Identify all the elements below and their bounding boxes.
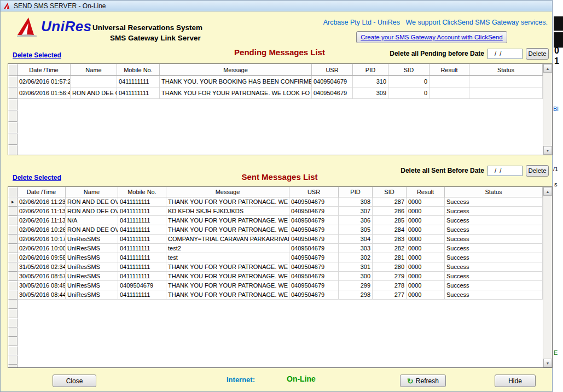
table-row[interactable]: 02/06/2016 01:57:210411111111THANK YOU. … — [8, 76, 543, 87]
table-cell[interactable]: 282 — [373, 244, 407, 253]
sent-grid-scrollbar[interactable]: ▲ ▼ — [543, 187, 552, 367]
table-cell[interactable]: 283 — [373, 235, 407, 244]
table-cell[interactable]: THANK YOU. YOUR BOOKING HAS BEEN CONFIRM… — [160, 76, 312, 87]
table-cell[interactable]: Success — [445, 197, 543, 207]
table-cell[interactable]: RON AND DEE OVI — [66, 197, 118, 207]
table-cell[interactable]: 30/05/2016 08:57: — [18, 272, 66, 281]
table-cell[interactable]: 0411111111 — [117, 87, 160, 99]
column-header[interactable]: Result — [429, 64, 469, 76]
table-cell[interactable]: 0409504679 — [312, 87, 353, 99]
table-cell[interactable]: THANK YOU FOR YOUR PATRONAGE. WE L — [166, 290, 289, 300]
table-cell[interactable]: 0411111111 — [118, 235, 166, 244]
table-cell[interactable]: UniResSMS — [66, 281, 118, 290]
table-cell[interactable]: 308 — [339, 197, 373, 207]
table-cell[interactable]: RON AND DEE OVI — [66, 207, 118, 216]
column-header[interactable]: Date /Time — [18, 64, 71, 76]
table-cell[interactable]: Success — [445, 244, 543, 253]
scroll-down-icon[interactable]: ▼ — [543, 359, 552, 367]
create-clicksend-account-button[interactable]: Create your SMS Gateway Account with Cli… — [356, 31, 507, 43]
scroll-up-icon[interactable]: ▲ — [543, 64, 552, 73]
table-cell[interactable]: 0409504679 — [118, 281, 166, 290]
table-cell[interactable] — [469, 87, 543, 99]
table-cell[interactable]: 0409504679 — [289, 244, 339, 253]
table-cell[interactable]: COMPANY=TRIAL CARAVAN PARKARRIVAL= — [166, 235, 289, 244]
table-cell[interactable]: 30/05/2016 08:44: — [18, 290, 66, 300]
table-cell[interactable]: 0411111111 — [118, 262, 166, 272]
table-cell[interactable]: 0000 — [407, 290, 445, 300]
scroll-up-icon[interactable]: ▲ — [543, 187, 552, 196]
column-header[interactable]: USR — [312, 64, 353, 76]
table-cell[interactable]: RON AND DEE OVI — [66, 225, 118, 235]
table-cell[interactable]: 0409504679 — [312, 76, 353, 87]
table-cell[interactable]: THANK YOU FOR YOUR PATRONAGE. WE L — [166, 281, 289, 290]
table-cell[interactable]: Success — [445, 290, 543, 300]
table-cell[interactable]: 0000 — [407, 262, 445, 272]
table-cell[interactable]: 0409504679 — [289, 235, 339, 244]
table-cell[interactable]: 02/06/2016 10:17: — [18, 235, 66, 244]
table-cell[interactable]: 30/05/2016 08:49: — [18, 281, 66, 290]
table-row[interactable]: 02/06/2016 01:56:45RON AND DEE O04111111… — [8, 87, 543, 99]
column-header[interactable]: Message — [166, 187, 289, 197]
sent-delete-button[interactable]: Delete — [526, 165, 549, 177]
table-cell[interactable]: 0411111111 — [117, 76, 160, 87]
table-cell[interactable]: 02/06/2016 09:58: — [18, 253, 66, 262]
window-titlebar[interactable]: SEND SMS SERVER - On-Line — [1, 1, 552, 11]
table-row[interactable]: 31/05/2016 02:34:UniResSMS0411111111THAN… — [8, 262, 543, 272]
table-cell[interactable]: 298 — [339, 290, 373, 300]
table-cell[interactable]: 287 — [373, 197, 407, 207]
table-cell[interactable]: 0000 — [407, 225, 445, 235]
column-header[interactable]: SID — [388, 64, 429, 76]
pending-delete-button[interactable]: Delete — [526, 48, 549, 60]
column-header[interactable]: Name — [66, 187, 118, 197]
column-header[interactable]: SID — [373, 187, 407, 197]
column-header[interactable]: USR — [289, 187, 339, 197]
table-cell[interactable]: UniResSMS — [66, 235, 118, 244]
column-header[interactable]: Status — [445, 187, 543, 197]
column-header[interactable]: PID — [339, 187, 373, 197]
table-cell[interactable]: 281 — [373, 253, 407, 262]
table-cell[interactable]: UniResSMS — [66, 272, 118, 281]
table-cell[interactable]: 0411111111 — [118, 272, 166, 281]
table-cell[interactable]: test2 — [166, 244, 289, 253]
table-cell[interactable] — [469, 76, 543, 87]
table-cell[interactable]: Success — [445, 235, 543, 244]
pending-grid-scrollbar[interactable]: ▲ ▼ — [543, 64, 552, 155]
table-cell[interactable]: Success — [445, 253, 543, 262]
table-cell[interactable]: Success — [445, 216, 543, 225]
table-cell[interactable]: 02/06/2016 01:56:45 — [18, 87, 71, 99]
table-cell[interactable]: 0411111111 — [118, 290, 166, 300]
table-cell[interactable]: 31/05/2016 02:34: — [18, 262, 66, 272]
table-cell[interactable]: 0409504679 — [289, 290, 339, 300]
table-cell[interactable]: 02/06/2016 11:23: — [18, 197, 66, 207]
table-row[interactable]: ►02/06/2016 11:23:RON AND DEE OVI0411111… — [8, 197, 543, 207]
table-cell[interactable]: 02/06/2016 11:13: — [18, 216, 66, 225]
table-row[interactable]: 02/06/2016 11:13:RON AND DEE OVI04111111… — [8, 207, 543, 216]
table-cell[interactable]: UniResSMS — [66, 290, 118, 300]
table-cell[interactable] — [71, 76, 117, 87]
table-cell[interactable]: 284 — [373, 225, 407, 235]
table-cell[interactable]: 280 — [373, 262, 407, 272]
table-cell[interactable]: THANK YOU FOR YOUR PATRONAGE. WE LOOK FO — [160, 87, 312, 99]
column-header[interactable]: Result — [407, 187, 445, 197]
column-header[interactable]: Date /Time — [18, 187, 66, 197]
column-header[interactable]: Mobile No. — [117, 64, 160, 76]
table-cell[interactable]: 0411111111 — [118, 197, 166, 207]
table-cell[interactable] — [429, 76, 469, 87]
table-cell[interactable]: 304 — [339, 235, 373, 244]
table-cell[interactable]: 306 — [339, 216, 373, 225]
table-cell[interactable]: test — [166, 253, 289, 262]
table-cell[interactable]: THANK YOU FOR YOUR PATRONAGE. WE L — [166, 262, 289, 272]
pending-grid[interactable]: Date /TimeNameMobile No.MessageUSRPIDSID… — [8, 63, 553, 155]
sent-grid[interactable]: Date /TimeNameMobile No.MessageUSRPIDSID… — [8, 186, 553, 368]
table-cell[interactable]: 0411111111 — [118, 225, 166, 235]
table-cell[interactable]: 0411111111 — [118, 244, 166, 253]
table-cell[interactable]: 0 — [388, 76, 429, 87]
table-cell[interactable]: 0000 — [407, 197, 445, 207]
table-cell[interactable]: 301 — [339, 262, 373, 272]
table-cell[interactable]: 303 — [339, 244, 373, 253]
table-cell[interactable]: Success — [445, 281, 543, 290]
sent-delete-selected-link[interactable]: Delete Selected — [13, 174, 61, 182]
table-cell[interactable]: 02/06/2016 10:00: — [18, 244, 66, 253]
table-cell[interactable]: 0409504679 — [289, 253, 339, 262]
table-cell[interactable] — [429, 87, 469, 99]
